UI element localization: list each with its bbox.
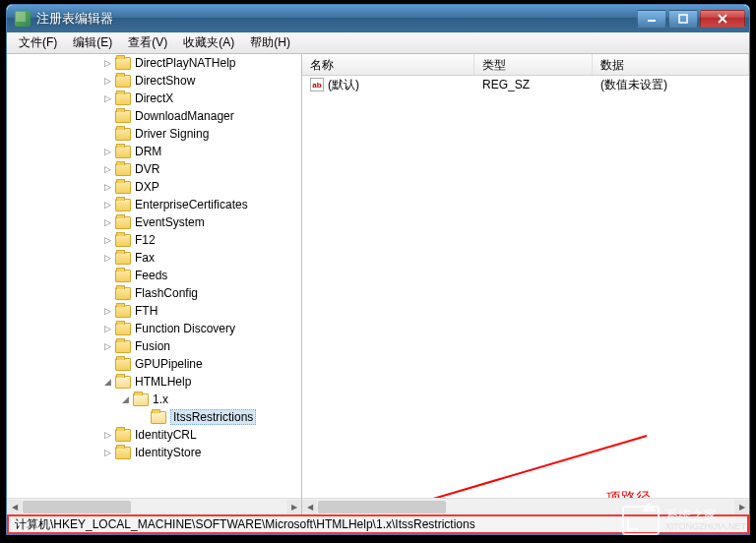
folder-icon bbox=[115, 199, 131, 211]
tree-item-label: Fax bbox=[135, 251, 155, 265]
scroll-thumb[interactable] bbox=[318, 501, 446, 513]
tree-item-label: GPUPipeline bbox=[135, 357, 203, 371]
expand-icon[interactable]: ▷ bbox=[101, 252, 113, 264]
tree-item-label: DirectX bbox=[135, 91, 173, 105]
expand-icon[interactable]: ▷ bbox=[101, 340, 113, 352]
list-pane: 名称 类型 数据 ab (默认) REG_SZ (数值未设置) 项路径 bbox=[302, 54, 749, 514]
expand-icon[interactable]: ▷ bbox=[101, 447, 113, 458]
tree-item[interactable]: ▷Fusion bbox=[7, 337, 264, 355]
folder-icon bbox=[115, 163, 131, 176]
statusbar-path: 计算机\HKEY_LOCAL_MACHINE\SOFTWARE\Microsof… bbox=[7, 514, 749, 534]
folder-icon bbox=[115, 252, 131, 265]
tree-h-scrollbar[interactable]: ◀ ▶ bbox=[7, 498, 301, 514]
tree-item[interactable]: ▷Feeds bbox=[7, 267, 264, 284]
menu-favorites[interactable]: 收藏夹(A) bbox=[175, 32, 242, 53]
col-type[interactable]: 类型 bbox=[474, 54, 593, 75]
tree-item[interactable]: ▷Function Discovery bbox=[7, 320, 264, 337]
tree-scroll[interactable]: ▷DirectPlayNATHelp▷DirectShow▷DirectX▷Do… bbox=[7, 54, 301, 498]
annotation-arrow bbox=[302, 428, 657, 498]
minimize-button[interactable] bbox=[637, 10, 666, 28]
tree-item[interactable]: ▷DRM bbox=[7, 143, 264, 160]
tree-item[interactable]: ▷DXP bbox=[7, 178, 264, 196]
folder-icon bbox=[115, 128, 131, 141]
scroll-right-icon[interactable]: ▶ bbox=[286, 500, 301, 514]
expand-icon[interactable]: ▷ bbox=[101, 163, 113, 175]
tree-item-label: DVR bbox=[135, 162, 159, 176]
folder-icon bbox=[115, 75, 131, 88]
tree-item[interactable]: ▷IdentityStore bbox=[7, 444, 264, 461]
tree-item[interactable]: ▷F12 bbox=[7, 231, 264, 249]
tree-item[interactable]: ▷FTH bbox=[7, 302, 264, 320]
tree-pane: ▷DirectPlayNATHelp▷DirectShow▷DirectX▷Do… bbox=[7, 54, 302, 514]
tree-item-label: 1.x bbox=[153, 392, 168, 406]
scroll-left-icon[interactable]: ◀ bbox=[7, 500, 22, 514]
list-h-scrollbar[interactable]: ◀ ▶ bbox=[302, 498, 749, 514]
menu-edit[interactable]: 编辑(E) bbox=[65, 32, 120, 53]
value-name: (默认) bbox=[328, 77, 359, 93]
tree-item-label: EnterpriseCertificates bbox=[135, 198, 248, 211]
menu-help[interactable]: 帮助(H) bbox=[242, 32, 298, 53]
scroll-left-icon[interactable]: ◀ bbox=[302, 500, 317, 514]
expand-icon[interactable]: ▷ bbox=[101, 92, 113, 104]
folder-icon bbox=[115, 110, 131, 123]
expand-icon[interactable]: ▷ bbox=[101, 75, 113, 87]
tree-item[interactable]: ◢HTMLHelp bbox=[7, 373, 264, 391]
expand-icon[interactable]: ▷ bbox=[101, 57, 113, 69]
scroll-thumb[interactable] bbox=[23, 501, 131, 513]
folder-icon bbox=[115, 429, 131, 442]
tree-item[interactable]: ▷GPUPipeline bbox=[7, 355, 264, 373]
tree-item[interactable]: ▷IdentityCRL bbox=[7, 426, 264, 444]
tree-item-label: F12 bbox=[135, 233, 156, 247]
annotation-label: 项路径 bbox=[606, 489, 651, 498]
menu-view[interactable]: 查看(V) bbox=[120, 32, 175, 53]
tree-item[interactable]: ▷DirectPlayNATHelp bbox=[7, 54, 264, 72]
tree-item[interactable]: ▷DirectShow bbox=[7, 72, 264, 90]
tree-item-label: DRM bbox=[135, 145, 161, 158]
scroll-right-icon[interactable]: ▶ bbox=[734, 500, 749, 514]
tree-item[interactable]: ▷Fax bbox=[7, 249, 264, 267]
list-body[interactable]: ab (默认) REG_SZ (数值未设置) 项路径 bbox=[302, 76, 749, 498]
tree-item[interactable]: ▷EnterpriseCertificates bbox=[7, 196, 264, 213]
tree-item[interactable]: ▷FlashConfig bbox=[7, 284, 264, 302]
col-data[interactable]: 数据 bbox=[593, 54, 749, 75]
tree-item-label: DXP bbox=[135, 180, 159, 194]
col-name[interactable]: 名称 bbox=[302, 54, 474, 75]
folder-icon bbox=[151, 411, 166, 424]
tree-item[interactable]: ▷DownloadManager bbox=[7, 107, 264, 125]
tree-item-label: HTMLHelp bbox=[135, 375, 191, 389]
list-row[interactable]: ab (默认) REG_SZ (数值未设置) bbox=[302, 76, 749, 93]
value-type: REG_SZ bbox=[474, 76, 593, 94]
expand-icon[interactable]: ▷ bbox=[101, 146, 113, 157]
folder-icon bbox=[115, 340, 131, 353]
expand-icon[interactable]: ▷ bbox=[101, 199, 113, 211]
tree-item-label: IdentityStore bbox=[135, 446, 201, 459]
collapse-icon[interactable]: ◢ bbox=[119, 393, 131, 405]
expand-icon[interactable]: ▷ bbox=[101, 429, 113, 441]
tree-item-label: DirectShow bbox=[135, 74, 195, 88]
tree-item[interactable]: ▷DVR bbox=[7, 160, 264, 178]
expand-icon[interactable]: ▷ bbox=[101, 181, 113, 193]
folder-icon bbox=[115, 92, 131, 105]
titlebar[interactable]: 注册表编辑器 bbox=[7, 5, 749, 32]
expand-icon[interactable]: ▷ bbox=[101, 216, 113, 228]
expand-icon[interactable]: ▷ bbox=[101, 234, 113, 246]
folder-icon bbox=[115, 181, 131, 194]
close-button[interactable] bbox=[700, 10, 745, 28]
maximize-button[interactable] bbox=[668, 10, 698, 28]
collapse-icon[interactable]: ◢ bbox=[101, 376, 113, 388]
folder-icon bbox=[115, 234, 131, 247]
folder-icon bbox=[115, 270, 131, 282]
tree-item[interactable]: ▷EventSystem bbox=[7, 213, 264, 231]
folder-icon bbox=[115, 216, 131, 229]
status-path-text: 计算机\HKEY_LOCAL_MACHINE\SOFTWARE\Microsof… bbox=[15, 516, 475, 533]
tree-item[interactable]: ▷DirectX bbox=[7, 90, 264, 107]
tree-item[interactable]: ▷Driver Signing bbox=[7, 125, 264, 143]
tree-item-label: FTH bbox=[135, 304, 158, 318]
expand-icon[interactable]: ▷ bbox=[101, 305, 113, 317]
tree-item[interactable]: ▷ItssRestrictions bbox=[7, 408, 264, 426]
folder-icon bbox=[115, 287, 131, 300]
expand-icon[interactable]: ▷ bbox=[101, 323, 113, 334]
tree-item[interactable]: ◢1.x bbox=[7, 391, 264, 408]
folder-icon bbox=[115, 305, 131, 318]
menu-file[interactable]: 文件(F) bbox=[11, 32, 65, 53]
